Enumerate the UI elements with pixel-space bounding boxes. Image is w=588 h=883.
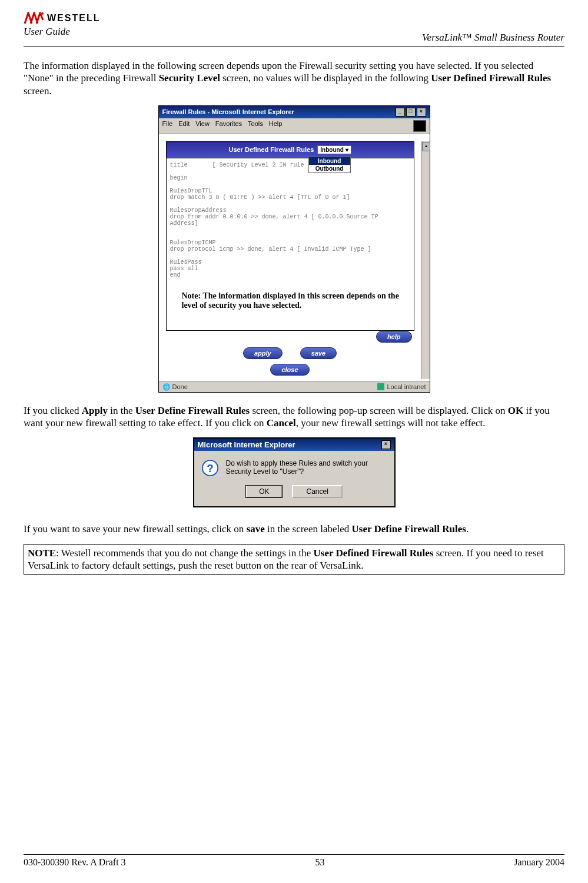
- dialog-close-icon[interactable]: ×: [381, 440, 391, 449]
- text-bold: OK: [508, 405, 523, 416]
- direction-dropdown[interactable]: Inbound Outbound: [308, 157, 351, 173]
- text: If you want to save your new firewall se…: [24, 523, 247, 535]
- direction-option-outbound[interactable]: Outbound: [309, 165, 350, 172]
- text-bold: User Defined Firewall Rules: [431, 72, 551, 84]
- menu-bar: File Edit View Favorites Tools Help: [159, 118, 430, 134]
- panel-title-text: User Defined Firewall Rules: [228, 146, 314, 153]
- direction-option-inbound[interactable]: Inbound: [309, 157, 350, 165]
- footer-left: 030-300390 Rev. A Draft 3: [24, 857, 126, 868]
- menu-file[interactable]: File: [162, 120, 173, 132]
- ok-button[interactable]: OK: [245, 485, 283, 498]
- text-bold: save: [247, 523, 265, 535]
- text-bold: User Define Firewall Rules: [352, 523, 466, 535]
- direction-value: Inbound: [320, 147, 343, 153]
- menu-tools[interactable]: Tools: [248, 120, 263, 132]
- text: .: [466, 523, 469, 535]
- footer-page-number: 53: [315, 857, 324, 868]
- text: : Westell recommends that you do not cha…: [56, 547, 313, 559]
- text-bold: Apply: [82, 405, 108, 416]
- text: screen.: [24, 85, 52, 97]
- scrollbar-vertical[interactable]: ▴: [421, 141, 430, 379]
- text: If you clicked: [24, 405, 82, 416]
- maximize-icon[interactable]: □: [406, 108, 416, 117]
- text: in the: [108, 405, 135, 416]
- text: , your new firewall settings will not ta…: [296, 417, 486, 429]
- close-icon[interactable]: ×: [417, 108, 426, 117]
- dialog-message: Do wish to apply these Rules and switch …: [226, 459, 387, 476]
- question-icon: ?: [201, 459, 219, 477]
- status-bar: 🌐 Done Local intranet: [159, 381, 430, 392]
- page-header: WESTELL User Guide VersaLink™ Small Busi…: [24, 12, 564, 47]
- rules-text: title [ Security Level 2 IN rule begin R…: [170, 162, 378, 278]
- dialog-titlebar: Microsoft Internet Explorer ×: [194, 439, 394, 451]
- status-text: 🌐 Done: [162, 383, 188, 391]
- status-left-text: Done: [172, 383, 188, 390]
- brand-logo: WESTELL: [24, 12, 100, 25]
- save-button[interactable]: save: [300, 347, 337, 359]
- menu-edit[interactable]: Edit: [178, 120, 190, 132]
- cancel-button[interactable]: Cancel: [292, 485, 342, 498]
- scroll-up-icon[interactable]: ▴: [422, 142, 430, 151]
- note-label: NOTE: [28, 547, 56, 559]
- product-title: VersaLink™ Small Business Router: [422, 32, 564, 44]
- intro-paragraph: The information displayed in the followi…: [24, 59, 564, 97]
- text: screen, the following pop-up screen will…: [250, 405, 508, 416]
- footer-right: January 2004: [514, 857, 564, 868]
- direction-select[interactable]: Inbound ▾ Inbound Outbound: [317, 145, 351, 154]
- text-bold: User Defined Firewall Rules: [314, 547, 434, 559]
- brand-name: WESTELL: [47, 13, 100, 24]
- text-bold: Cancel: [267, 417, 296, 429]
- text: screen, no values will be displayed in t…: [220, 72, 431, 84]
- note-box: NOTE: Westell recommends that you do not…: [24, 544, 564, 575]
- menu-help[interactable]: Help: [269, 120, 283, 132]
- help-button[interactable]: help: [376, 331, 412, 343]
- dialog-title: Microsoft Internet Explorer: [198, 440, 295, 449]
- window-titlebar: Firewall Rules - Microsoft Internet Expl…: [159, 106, 430, 118]
- text-bold: User Define Firewall Rules: [135, 405, 250, 416]
- zone-text: Local intranet: [387, 383, 426, 390]
- menu-view[interactable]: View: [195, 120, 210, 132]
- apply-button[interactable]: Apply: [243, 347, 283, 359]
- close-button[interactable]: close: [270, 364, 309, 376]
- ie-logo-icon: [413, 120, 426, 132]
- minimize-icon[interactable]: _: [396, 108, 405, 117]
- svg-point-0: [41, 12, 44, 15]
- zone-icon: [377, 383, 384, 390]
- svg-text:?: ?: [207, 462, 213, 474]
- text-bold: Security Level: [159, 72, 220, 84]
- doc-subtitle: User Guide: [24, 26, 100, 38]
- screenshot-firewall-rules: Firewall Rules - Microsoft Internet Expl…: [158, 105, 430, 393]
- apply-paragraph: If you clicked Apply in the User Define …: [24, 404, 564, 430]
- logo-glyph-icon: [24, 12, 44, 25]
- window-title: Firewall Rules - Microsoft Internet Expl…: [162, 108, 294, 115]
- note-overlay: Note: The information displayed in this …: [182, 291, 410, 310]
- menu-favorites[interactable]: Favorites: [215, 120, 242, 132]
- panel-heading: User Defined Firewall Rules Inbound ▾ In…: [166, 141, 414, 158]
- page-footer: 030-300390 Rev. A Draft 3 53 January 200…: [24, 854, 564, 868]
- screenshot-confirm-dialog: Microsoft Internet Explorer × ? Do wish …: [193, 437, 396, 507]
- rules-textarea[interactable]: title [ Security Level 2 IN rule begin R…: [166, 158, 414, 331]
- text: in the screen labeled: [265, 523, 352, 535]
- save-paragraph: If you want to save your new firewall se…: [24, 523, 564, 535]
